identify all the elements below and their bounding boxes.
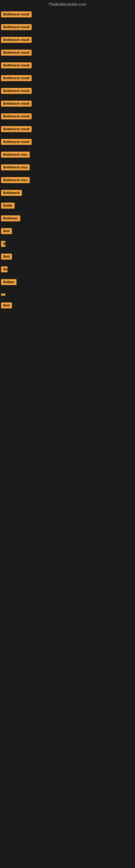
badge-row-11: Bottleneck result: [0, 136, 135, 149]
bottleneck-badge-5: Bottleneck result: [1, 62, 32, 68]
bottleneck-badge-15: Bottleneck: [1, 190, 22, 196]
badge-row-22: Bottlen: [0, 276, 135, 289]
badge-row-5: Bottleneck result: [0, 60, 135, 72]
badge-row-2: Bottleneck result: [0, 22, 135, 34]
badge-row-17: Bottlenec: [0, 213, 135, 225]
badge-row-20: Bott: [0, 251, 135, 264]
bottleneck-badge-8: Bottleneck result: [1, 101, 32, 106]
badge-row-4: Bottleneck result: [0, 47, 135, 60]
badge-row-18: Bott: [0, 225, 135, 238]
badge-row-14: Bottleneck resu: [0, 175, 135, 187]
bottleneck-badge-2: Bottleneck result: [1, 24, 32, 30]
badge-row-1: Bottleneck result: [0, 9, 135, 22]
bottleneck-badge-23: [1, 293, 5, 296]
bottleneck-badge-18: Bott: [1, 228, 12, 234]
bottleneck-badge-24: Bott: [1, 303, 12, 308]
bottleneck-badge-9: Bottleneck result: [1, 113, 32, 119]
bottleneck-badge-17: Bottlenec: [1, 215, 20, 221]
bottleneck-badge-11: Bottleneck result: [1, 139, 32, 145]
bottleneck-badge-13: Bottleneck resu: [1, 164, 30, 170]
badge-row-10: Bottleneck result: [0, 123, 135, 136]
bottleneck-badge-12: Bottleneck resu: [1, 152, 30, 158]
badge-row-23: [0, 289, 135, 300]
badge-row-8: Bottleneck result: [0, 98, 135, 111]
bottleneck-badge-20: Bott: [1, 254, 12, 259]
badge-row-19: B: [0, 238, 135, 251]
badge-row-3: Bottleneck result: [0, 34, 135, 47]
badge-row-6: Bottleneck result: [0, 72, 135, 85]
badge-row-21: Bo: [0, 264, 135, 276]
badge-row-15: Bottleneck: [0, 187, 135, 200]
bottleneck-badge-21: Bo: [1, 267, 8, 272]
badge-row-13: Bottleneck resu: [0, 162, 135, 175]
badge-row-7: Bottleneck result: [0, 85, 135, 98]
badge-row-24: Bott: [0, 300, 135, 312]
bottleneck-badge-14: Bottleneck resu: [1, 177, 30, 183]
bottleneck-badge-1: Bottleneck result: [1, 11, 32, 18]
bottleneck-badge-22: Bottlen: [1, 279, 16, 285]
bottleneck-badge-3: Bottleneck result: [1, 37, 32, 43]
bottleneck-badge-16: Bottle: [1, 203, 14, 209]
badge-row-12: Bottleneck resu: [0, 149, 135, 162]
bottleneck-badge-7: Bottleneck result: [1, 88, 32, 94]
bottleneck-badge-19: B: [1, 241, 5, 247]
bottleneck-badge-6: Bottleneck result: [1, 75, 32, 81]
site-title: TheBottlenecker.com: [0, 0, 135, 9]
bottleneck-badge-10: Bottleneck result: [1, 126, 32, 132]
bottleneck-badge-4: Bottleneck result: [1, 50, 32, 56]
badge-row-9: Bottleneck result: [0, 111, 135, 123]
badge-row-16: Bottle: [0, 200, 135, 213]
